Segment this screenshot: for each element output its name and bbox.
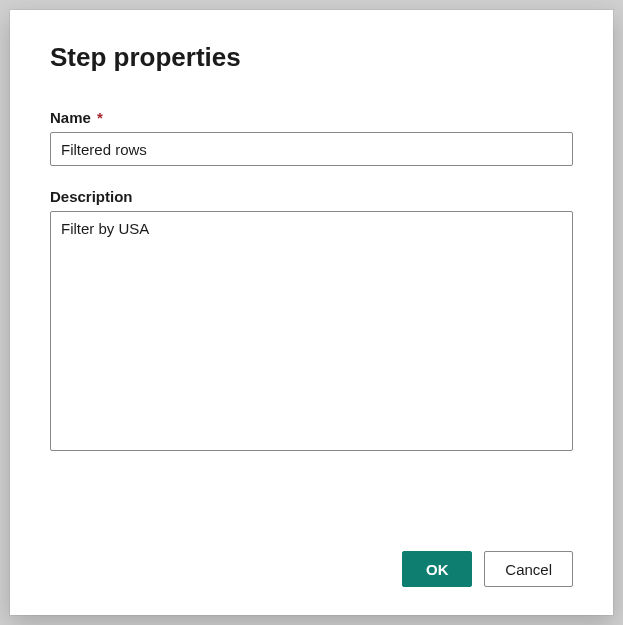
required-indicator: * (97, 109, 103, 126)
cancel-button[interactable]: Cancel (484, 551, 573, 587)
name-label: Name * (50, 109, 573, 126)
description-label: Description (50, 188, 573, 205)
step-properties-dialog: Step properties Name * Description Filte… (10, 10, 613, 615)
dialog-button-row: OK Cancel (50, 521, 573, 587)
dialog-title: Step properties (50, 42, 573, 73)
description-field-group: Description Filter by USA (50, 188, 573, 455)
name-label-text: Name (50, 109, 91, 126)
name-input[interactable] (50, 132, 573, 166)
name-field-group: Name * (50, 109, 573, 166)
description-input[interactable]: Filter by USA (50, 211, 573, 451)
ok-button[interactable]: OK (402, 551, 472, 587)
